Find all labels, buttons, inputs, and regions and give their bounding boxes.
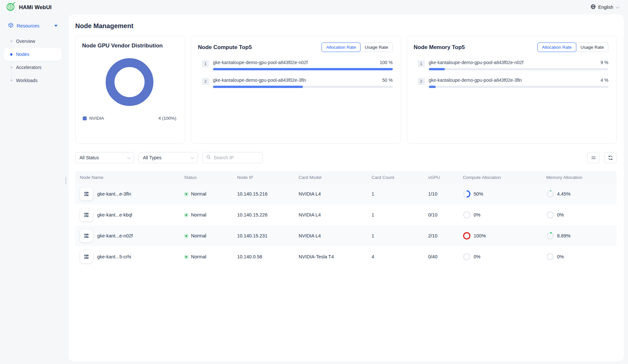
active-item-background [4, 48, 61, 61]
page-title: Node Management [75, 22, 617, 30]
sidebar-workloads-label: Workloads [16, 78, 38, 83]
node-server-icon [80, 250, 93, 263]
tree-dot-icon [10, 40, 12, 42]
app-title: HAMi WebUI [19, 4, 52, 10]
vgpu: 0/40 [428, 254, 463, 259]
legend-color-swatch [83, 116, 87, 120]
progress-bar-fill [213, 86, 303, 88]
memory-allocation-value: 0% [557, 212, 564, 217]
donut-legend: NVIDIA 4 (100%) [82, 116, 177, 121]
status-badge: Normal [191, 212, 206, 217]
compute-allocation-value: 100% [474, 233, 486, 238]
node-name: gke-kantaloupe-demo-gpu-pool-a843f02e-n0… [213, 60, 308, 65]
col-compute-allocation: Compute Allocation [463, 175, 546, 180]
memory-top5-card: Node Memory Top5 Allocation Rate Usage R… [407, 36, 617, 144]
col-node-name: Node Name [75, 175, 184, 180]
list-item: 1 gke-kantaloupe-demo-gpu-pool-a843f02e-… [418, 60, 609, 70]
vgpu: 1/10 [428, 191, 463, 197]
brand: HAMi WebUI [6, 2, 52, 13]
rate-value: 4 % [601, 78, 608, 83]
status-ok-icon [184, 213, 188, 217]
vendor-donut-chart [82, 58, 177, 106]
sidebar-item-accelerators[interactable]: Accelerators [0, 61, 69, 74]
node-ip: 10.140.15.231 [237, 233, 299, 238]
node-name: gke-kantaloupe-demo-gpu-pool-a843f02e-3f… [213, 78, 306, 83]
compute-allocation-rate-tab[interactable]: Allocation Rate [322, 43, 360, 52]
memory-allocation-value: 8.89% [557, 233, 570, 238]
table-row[interactable]: gke-kant...e-n02f Normal 10.140.15.231 N… [75, 225, 617, 246]
node-name[interactable]: gke-kant...e-n02f [97, 233, 133, 238]
language-selector[interactable]: English [590, 4, 618, 11]
node-name[interactable]: gke-kant...e-3fln [97, 191, 131, 197]
sidebar-item-workloads[interactable]: Workloads [0, 74, 69, 87]
memory-top5-list: 1 gke-kantaloupe-demo-gpu-pool-a843f02e-… [414, 60, 609, 88]
compute-allocation-ring [463, 190, 471, 198]
rate-value: 100 % [380, 60, 393, 65]
progress-bar-fill [429, 68, 445, 70]
sidebar: Resources Overview Nodes Accelerators Wo… [0, 14, 69, 364]
list-item: 2 gke-kantaloupe-demo-gpu-pool-a843f02e-… [418, 78, 609, 88]
caret-down-icon [54, 25, 58, 27]
column-settings-button[interactable] [587, 152, 600, 163]
search-ip-input[interactable] [214, 155, 259, 160]
tree-dot-icon [10, 66, 12, 68]
chevron-down-icon [191, 155, 194, 159]
col-card-count: Card Count [372, 175, 428, 180]
node-ip: 10.140.15.226 [237, 212, 299, 217]
node-name[interactable]: gke-kant...e-kbql [97, 212, 132, 217]
col-memory-allocation: Memory Allocation [546, 175, 617, 180]
card-count: 1 [372, 191, 428, 197]
col-status: Status [184, 175, 237, 180]
progress-bar [213, 68, 393, 70]
compute-allocation-ring [463, 211, 471, 219]
memory-allocation-value: 0% [557, 254, 564, 259]
sidebar-resources-label: Resources [17, 23, 39, 28]
chevron-down-icon [127, 155, 131, 159]
filter-bar: All Status All Types [75, 152, 617, 163]
status-ok-icon [184, 255, 188, 259]
type-filter-value: All Types [143, 155, 162, 160]
status-badge: Normal [191, 254, 206, 259]
table-row[interactable]: gke-kant...e-3fln Normal 10.140.15.216 N… [75, 183, 617, 204]
main-panel: Node Management Node GPU Vendor Distribu… [69, 14, 624, 361]
compute-allocation-ring [463, 232, 471, 240]
progress-bar-fill [213, 68, 393, 70]
memory-allocation-ring [546, 211, 554, 219]
sidebar-tree: Overview Nodes Accelerators Workloads [0, 35, 69, 87]
sidebar-nodes-label: Nodes [16, 52, 29, 57]
vgpu: 0/10 [428, 212, 463, 217]
progress-bar [213, 86, 393, 88]
status-badge: Normal [191, 191, 206, 197]
progress-bar [429, 68, 609, 70]
sidebar-item-overview[interactable]: Overview [0, 35, 69, 48]
status-filter-value: All Status [79, 155, 99, 160]
node-ip: 10.140.0.58 [237, 254, 299, 259]
rate-value: 9 % [601, 60, 608, 65]
sidebar-resize-handle[interactable] [65, 177, 66, 184]
card-model: NVIDIA L4 [299, 191, 372, 197]
summary-cards: Node GPU Vendor Distribution NVIDIA 4 (1… [75, 36, 617, 144]
rate-value: 50 % [382, 78, 393, 83]
rank-badge: 2 [202, 78, 209, 85]
memory-allocation-ring [546, 190, 554, 198]
table-row[interactable]: gke-kant...5-crhi Normal 10.140.0.58 NVI… [75, 246, 617, 267]
sidebar-item-resources[interactable]: Resources [8, 22, 69, 29]
memory-usage-rate-tab[interactable]: Usage Rate [576, 43, 608, 52]
node-name: gke-kantaloupe-demo-gpu-pool-a843f02e-3f… [429, 78, 522, 83]
type-filter-select[interactable]: All Types [139, 152, 198, 163]
table-row[interactable]: gke-kant...e-kbql Normal 10.140.15.226 N… [75, 204, 617, 225]
progress-bar-fill [429, 86, 436, 88]
compute-usage-rate-tab[interactable]: Usage Rate [360, 43, 392, 52]
vendor-card-title: Node GPU Vendor Distribution [82, 43, 177, 49]
topbar: HAMi WebUI English [0, 0, 628, 14]
card-model: NVIDIA L4 [299, 233, 372, 238]
memory-allocation-rate-tab[interactable]: Allocation Rate [537, 43, 576, 52]
status-filter-select[interactable]: All Status [75, 152, 134, 163]
card-count: 1 [372, 233, 428, 238]
node-name[interactable]: gke-kant...5-crhi [97, 254, 131, 259]
progress-bar [429, 86, 609, 88]
card-count: 1 [372, 212, 428, 217]
sidebar-item-nodes[interactable]: Nodes [0, 48, 69, 61]
refresh-button[interactable] [604, 152, 617, 163]
nodes-table: Node Name Status Node IP Card Model Card… [75, 171, 617, 267]
